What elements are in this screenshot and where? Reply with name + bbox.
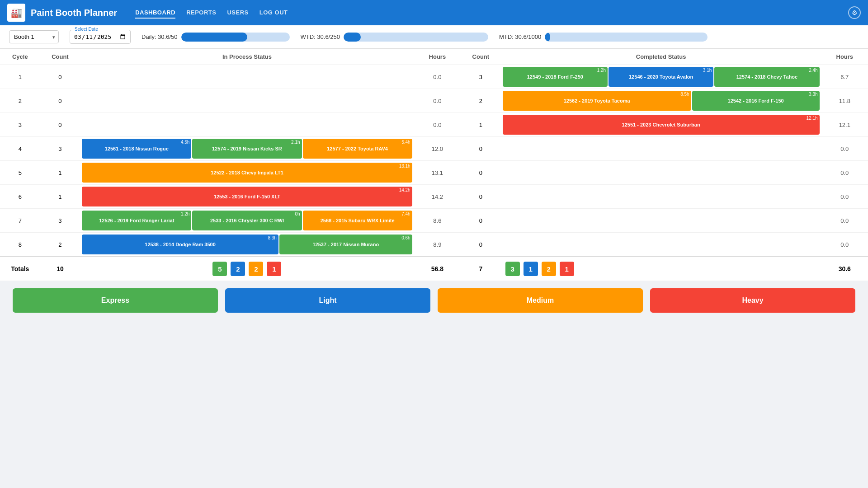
table-row: 434.5h12561 - 2018 Nissan Rogue2.1h12574… bbox=[0, 137, 868, 161]
in-process-card[interactable]: 13.1h12522 - 2018 Chevy Impala LT1 bbox=[82, 163, 412, 183]
completed-card[interactable]: 3.3h12542 - 2016 Ford F-150 bbox=[692, 91, 820, 111]
daily-label: Daily: 30.6/50 bbox=[142, 33, 178, 40]
hours-out-cell: 0.0 bbox=[821, 161, 868, 185]
totals-badges-out: 3121 bbox=[501, 257, 821, 281]
hours-in-cell: 8.6 bbox=[414, 209, 461, 233]
daily-metric: Daily: 30.6/50 bbox=[142, 33, 290, 42]
booth-select[interactable]: Booth 1 Booth 2 Booth 3 bbox=[9, 30, 59, 43]
wtd-label: WTD: 30.6/250 bbox=[301, 33, 340, 40]
card-hours-label: 14.2h bbox=[399, 188, 410, 192]
completed-card[interactable]: 2.4h12574 - 2018 Chevy Tahoe bbox=[714, 67, 819, 87]
in-process-cell: 14.2h12553 - 2016 Ford F-150 XLT bbox=[80, 185, 414, 209]
card-hours-label: 7.4h bbox=[401, 211, 410, 216]
cycle-cell: 2 bbox=[0, 89, 40, 113]
in-process-card[interactable]: 7.4h2568 - 2015 Subaru WRX Limite bbox=[303, 211, 412, 230]
wtd-progress-fill bbox=[344, 33, 361, 42]
cycle-cell: 8 bbox=[0, 233, 40, 257]
cycle-cell: 5 bbox=[0, 161, 40, 185]
hours-in-cell: 0.0 bbox=[414, 113, 461, 137]
completed-card[interactable]: 12.1h12551 - 2023 Chevrolet Suburban bbox=[503, 115, 820, 135]
count-in-cell: 3 bbox=[40, 137, 80, 161]
totals-hours-in: 56.8 bbox=[414, 257, 461, 281]
count-out-cell: 2 bbox=[461, 89, 501, 113]
mtd-progress-bar bbox=[545, 33, 708, 42]
card-hours-label: 1.2h bbox=[181, 211, 189, 216]
completed-card[interactable]: 8.5h12562 - 2019 Toyota Tacoma bbox=[503, 91, 691, 111]
card-hours-label: 4.5h bbox=[181, 140, 189, 145]
mtd-progress-fill bbox=[545, 33, 550, 42]
in-process-card[interactable]: 8.3h12538 - 2014 Dodge Ram 3500 bbox=[82, 235, 278, 254]
table-row: 828.3h12538 - 2014 Dodge Ram 35000.6h125… bbox=[0, 233, 868, 257]
table-row: 731.2h12526 - 2019 Ford Ranger Lariat0h2… bbox=[0, 209, 868, 233]
totals-badge: 1 bbox=[267, 262, 281, 276]
totals-badge: 2 bbox=[249, 262, 263, 276]
completed-cell bbox=[501, 209, 821, 233]
cycle-cell: 6 bbox=[0, 185, 40, 209]
totals-count-out: 7 bbox=[461, 257, 501, 281]
in-process-card[interactable]: 0.6h12537 - 2017 Nissan Murano bbox=[279, 235, 412, 254]
table-row: 6114.2h12553 - 2016 Ford F-150 XLT14.200… bbox=[0, 185, 868, 209]
table-row: 300.0112.1h12551 - 2023 Chevrolet Suburb… bbox=[0, 113, 868, 137]
hours-out-cell: 11.8 bbox=[821, 89, 868, 113]
wtd-metric: WTD: 30.6/250 bbox=[301, 33, 488, 42]
hours-in-cell: 0.0 bbox=[414, 65, 461, 89]
mtd-label: MTD: 30.6/1000 bbox=[499, 33, 541, 40]
main-table: Cycle Count In Process Status Hours Coun… bbox=[0, 49, 868, 281]
in-process-card[interactable]: 14.2h12553 - 2016 Ford F-150 XLT bbox=[82, 187, 412, 206]
settings-icon[interactable]: ⚙ bbox=[848, 6, 861, 19]
in-process-card[interactable]: 2.1h12574 - 2019 Nissan Kicks SR bbox=[192, 139, 302, 159]
cycle-cell: 4 bbox=[0, 137, 40, 161]
col-count-in: Count bbox=[40, 49, 80, 65]
card-hours-label: 8.3h bbox=[268, 235, 276, 240]
header: 🏭 Paint Booth Planner DASHBOARD REPORTS … bbox=[0, 0, 868, 25]
in-process-card[interactable]: 4.5h12561 - 2018 Nissan Rogue bbox=[82, 139, 191, 159]
totals-badge: 2 bbox=[231, 262, 245, 276]
completed-card[interactable]: 3.1h12546 - 2020 Toyota Avalon bbox=[609, 67, 713, 87]
hours-out-cell: 0.0 bbox=[821, 209, 868, 233]
card-hours-label: 5.4h bbox=[401, 140, 410, 145]
nav-logout[interactable]: LOG OUT bbox=[259, 7, 288, 19]
table-row: 100.031.2h12549 - 2018 Ford F-2503.1h125… bbox=[0, 65, 868, 89]
table-row: 200.028.5h12562 - 2019 Toyota Tacoma3.3h… bbox=[0, 89, 868, 113]
count-out-cell: 1 bbox=[461, 113, 501, 137]
count-out-cell: 0 bbox=[461, 137, 501, 161]
card-hours-label: 12.1h bbox=[807, 116, 818, 121]
nav-reports[interactable]: REPORTS bbox=[186, 7, 216, 19]
card-hours-label: 2.4h bbox=[809, 68, 817, 73]
main-table-container: Cycle Count In Process Status Hours Coun… bbox=[0, 49, 868, 281]
in-process-cell bbox=[80, 113, 414, 137]
in-process-card[interactable]: 5.4h12577 - 2022 Toyota RAV4 bbox=[303, 139, 412, 159]
count-out-cell: 0 bbox=[461, 161, 501, 185]
app-title: Paint Booth Planner bbox=[31, 8, 117, 18]
col-count-out: Count bbox=[461, 49, 501, 65]
card-hours-label: 1.2h bbox=[597, 68, 606, 73]
count-out-cell: 3 bbox=[461, 65, 501, 89]
legend-medium: Medium bbox=[438, 288, 643, 313]
completed-card[interactable]: 1.2h12549 - 2018 Ford F-250 bbox=[503, 67, 608, 87]
app-logo: 🏭 bbox=[7, 4, 25, 22]
in-process-cell bbox=[80, 65, 414, 89]
table-row: 5113.1h12522 - 2018 Chevy Impala LT113.1… bbox=[0, 161, 868, 185]
wtd-progress-bar bbox=[344, 33, 488, 42]
nav-dashboard[interactable]: DASHBOARD bbox=[135, 7, 175, 19]
in-process-card[interactable]: 0h2533 - 2016 Chrysler 300 C RWI bbox=[192, 211, 302, 230]
in-process-card[interactable]: 1.2h12526 - 2019 Ford Ranger Lariat bbox=[82, 211, 191, 230]
date-label: Select Date bbox=[74, 27, 99, 32]
hours-in-cell: 8.9 bbox=[414, 233, 461, 257]
completed-cell bbox=[501, 233, 821, 257]
nav-users[interactable]: USERS bbox=[227, 7, 248, 19]
completed-cell: 12.1h12551 - 2023 Chevrolet Suburban bbox=[501, 113, 821, 137]
hours-out-cell: 0.0 bbox=[821, 233, 868, 257]
totals-badge: 2 bbox=[542, 262, 556, 276]
date-input[interactable] bbox=[74, 31, 127, 42]
in-process-cell bbox=[80, 89, 414, 113]
card-hours-label: 13.1h bbox=[399, 164, 410, 169]
in-process-cell: 13.1h12522 - 2018 Chevy Impala LT1 bbox=[80, 161, 414, 185]
count-in-cell: 0 bbox=[40, 65, 80, 89]
card-hours-label: 2.1h bbox=[291, 140, 300, 145]
in-process-cell: 4.5h12561 - 2018 Nissan Rogue2.1h12574 -… bbox=[80, 137, 414, 161]
totals-row: Totals10522156.87312130.6 bbox=[0, 257, 868, 281]
legend-light: Light bbox=[225, 288, 430, 313]
totals-badge: 5 bbox=[212, 262, 227, 276]
date-field-wrapper: Select Date bbox=[70, 30, 131, 44]
